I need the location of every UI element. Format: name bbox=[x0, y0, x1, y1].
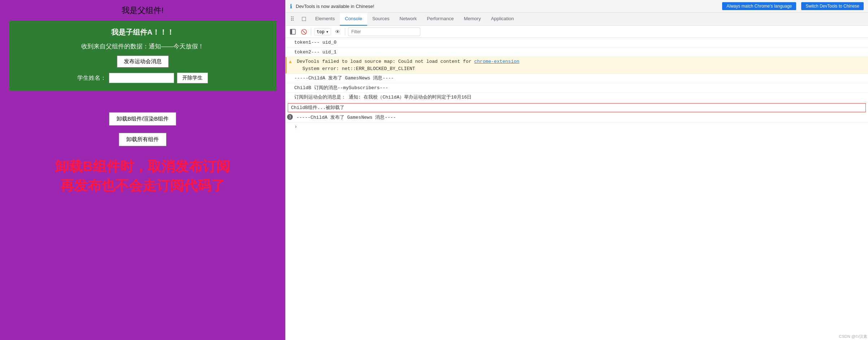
tab-performance[interactable]: Performance bbox=[422, 13, 459, 26]
tab-application[interactable]: Application bbox=[486, 13, 519, 26]
prompt-chevron-icon: › bbox=[294, 124, 297, 130]
devtools-tab-bar: ⠿ ☐ Elements Console Sources Network Per… bbox=[286, 13, 868, 26]
sidebar-toggle-button[interactable] bbox=[288, 27, 297, 36]
console-line-numbered: 3 -----ChildA 发布了 GamesNews 消息---- bbox=[286, 113, 868, 123]
watermark: CSDN @©/汉素 bbox=[839, 334, 867, 339]
tab-elements[interactable]: Elements bbox=[310, 13, 340, 26]
student-label: 学生姓名： bbox=[77, 74, 106, 82]
left-panel: 我是父组件! 我是子组件A！！！ 收到来自父组件的数据：通知——今天放假！ 发布… bbox=[0, 0, 285, 340]
notification-text: DevTools is now available in Chinese! bbox=[296, 4, 719, 9]
switch-to-chinese-button[interactable]: Switch DevTools to Chinese bbox=[801, 2, 864, 10]
unload-b-button[interactable]: 卸载B组件/渲染B组件 bbox=[109, 112, 176, 126]
console-line: -----ChildA 发布了 GamesNews 消息---- bbox=[286, 74, 868, 83]
context-selector[interactable]: top ▾ bbox=[314, 28, 331, 35]
console-output: token1--- uid_0 token2--- uid_1 ▲ DevToo… bbox=[286, 38, 868, 340]
eye-icon-button[interactable]: 👁 bbox=[333, 27, 342, 36]
warning-icon: ▲ bbox=[289, 58, 292, 66]
right-panel: ℹ DevTools is now available in Chinese! … bbox=[285, 0, 868, 340]
info-icon: ℹ bbox=[290, 3, 292, 10]
svg-rect-1 bbox=[290, 29, 292, 34]
chrome-extension-link[interactable]: chrome-extension bbox=[474, 59, 519, 64]
child-a-title: 我是子组件A！！！ bbox=[111, 27, 174, 37]
chevron-down-icon: ▾ bbox=[326, 29, 329, 34]
tab-network[interactable]: Network bbox=[395, 13, 422, 26]
console-line-warning: ▲ DevTools failed to load source map: Co… bbox=[286, 57, 868, 74]
console-line-text: -----ChildA 发布了 GamesNews 消息---- bbox=[294, 75, 394, 82]
console-filter-input[interactable] bbox=[348, 27, 420, 36]
console-line-text: DevTools failed to load source map: Coul… bbox=[297, 58, 519, 72]
console-line-text: ChildB组件...被卸载了 bbox=[291, 104, 344, 112]
devtools-menu-icon[interactable]: ⠿ bbox=[287, 13, 297, 26]
console-line-text: ChildB 订阅的消息--mySubscribers--- bbox=[294, 84, 388, 92]
console-line-text: -----ChildA 发布了 GamesNews 消息---- bbox=[296, 114, 396, 121]
clear-console-button[interactable]: 🚫 bbox=[299, 27, 308, 36]
console-line-text: token2--- uid_1 bbox=[294, 49, 337, 56]
parent-title: 我是父组件! bbox=[0, 4, 285, 17]
student-name-input[interactable] bbox=[109, 73, 174, 83]
toolbar-divider bbox=[311, 28, 311, 35]
tab-sources[interactable]: Sources bbox=[367, 13, 395, 26]
child-a-panel: 我是子组件A！！！ 收到来自父组件的数据：通知——今天放假！ 发布运动会消息 学… bbox=[9, 21, 276, 91]
match-language-button[interactable]: Always match Chrome's language bbox=[722, 2, 796, 10]
console-line: 订阅到运动会的消息是： 通知: 在我校（ChildA）举办运动会的时间定于10月… bbox=[286, 93, 868, 103]
console-line: token2--- uid_1 bbox=[286, 48, 868, 57]
toolbar-divider2 bbox=[345, 28, 345, 35]
publish-sports-button[interactable]: 发布运动会消息 bbox=[117, 56, 169, 67]
top-label: top bbox=[317, 29, 325, 34]
console-prompt[interactable]: › bbox=[286, 123, 868, 131]
console-toolbar: 🚫 top ▾ 👁 bbox=[286, 26, 868, 38]
tab-console[interactable]: Console bbox=[340, 13, 367, 26]
console-line-boxed: ChildB组件...被卸载了 bbox=[288, 103, 866, 113]
repeat-count-badge: 3 bbox=[287, 114, 293, 120]
console-line-text: token1--- uid_0 bbox=[294, 39, 337, 46]
unload-all-button[interactable]: 卸载所有组件 bbox=[119, 133, 166, 146]
devtools-inspect-icon[interactable]: ☐ bbox=[299, 13, 309, 26]
console-line: ChildB 订阅的消息--mySubscribers--- bbox=[286, 83, 868, 93]
console-line: token1--- uid_0 bbox=[286, 38, 868, 48]
tab-memory[interactable]: Memory bbox=[459, 13, 486, 26]
devtools-notification-bar: ℹ DevTools is now available in Chinese! … bbox=[286, 0, 868, 13]
console-line-text: 订阅到运动会的消息是： 通知: 在我校（ChildA）举办运动会的时间定于10月… bbox=[294, 94, 472, 101]
dismiss-student-button[interactable]: 开除学生 bbox=[177, 73, 208, 83]
child-a-subtitle: 收到来自父组件的数据：通知——今天放假！ bbox=[81, 42, 204, 51]
annotation-text: 卸载B组件时，取消发布订阅 再发布也不会走订阅代码了 bbox=[16, 157, 269, 195]
bottom-buttons: 卸载B组件/渲染B组件 卸载所有组件 bbox=[109, 112, 176, 146]
student-row: 学生姓名： 开除学生 bbox=[77, 73, 208, 83]
